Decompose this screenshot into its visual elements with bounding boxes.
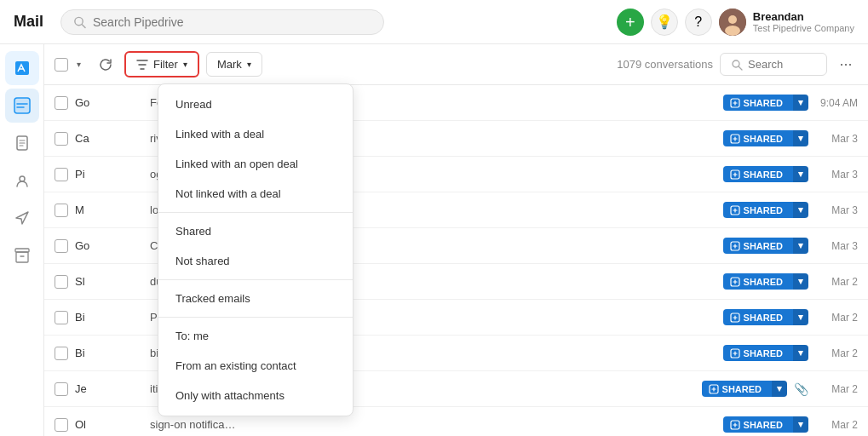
shared-badge-arrow-2[interactable]: ▾: [793, 166, 808, 182]
shared-badge-arrow-4[interactable]: ▾: [793, 238, 808, 254]
filter-menu-item-8[interactable]: From an existing contact: [158, 351, 353, 381]
conversation-count: 1079 conversations: [617, 58, 713, 71]
shared-badge-2[interactable]: SHARED ▾: [723, 166, 808, 182]
email-checkbox-5[interactable]: [55, 275, 68, 289]
email-checkbox-6[interactable]: [55, 311, 68, 324]
global-search-input[interactable]: [93, 15, 371, 29]
shared-badge-3[interactable]: SHARED ▾: [723, 202, 808, 218]
filter-menu-item-1[interactable]: Linked with a deal: [158, 119, 353, 149]
email-time-8: Mar 2: [815, 383, 858, 395]
svg-rect-11: [16, 252, 28, 262]
email-time-4: Mar 3: [815, 240, 858, 252]
user-menu[interactable]: Breandan Test Pipedrive Company: [719, 9, 854, 36]
main-layout: ▾ Filter ▾ Mark ▾ 1079 conversations: [0, 44, 868, 436]
sidebar-item-documents[interactable]: [5, 126, 39, 160]
shared-badge-main-5: SHARED: [723, 274, 790, 290]
email-time-0: 9:04 AM: [815, 97, 858, 109]
dropdown-divider-5: [158, 279, 353, 280]
email-sender-2: Pi: [75, 168, 143, 181]
attachment-icon: 📎: [794, 382, 808, 396]
shared-badge-main-3: SHARED: [723, 203, 790, 218]
shared-badge-arrow-6[interactable]: ▾: [793, 309, 808, 325]
sidebar-item-send[interactable]: [5, 201, 39, 235]
filter-menu-item-7[interactable]: To: me: [158, 321, 353, 351]
shared-badge-arrow-5[interactable]: ▾: [793, 273, 808, 290]
email-time-2: Mar 3: [815, 169, 858, 181]
email-checkbox-7[interactable]: [55, 347, 68, 360]
sidebar-item-compose[interactable]: [5, 51, 39, 85]
shared-badge-arrow-8[interactable]: ▾: [772, 381, 787, 397]
filter-menu-item-5[interactable]: Not shared: [158, 246, 353, 276]
select-dropdown-arrow[interactable]: ▾: [70, 56, 87, 73]
svg-point-12: [733, 60, 739, 67]
filter-menu-item-9[interactable]: Only with attachments: [158, 381, 353, 410]
global-search-bar[interactable]: [60, 9, 384, 35]
filter-menu-item-2[interactable]: Linked with an open deal: [158, 149, 353, 179]
shared-badge-7[interactable]: SHARED ▾: [723, 345, 808, 361]
sidebar-item-archive[interactable]: [5, 238, 39, 272]
shared-badge-main-7: SHARED: [723, 346, 790, 361]
shared-badge-arrow-7[interactable]: ▾: [793, 345, 808, 361]
sidebar-item-inbox[interactable]: [5, 89, 39, 123]
shared-badge-0[interactable]: SHARED ▾: [723, 95, 808, 111]
filter-menu-item-0[interactable]: Unread: [158, 89, 353, 119]
shared-badge-main-1: SHARED: [723, 131, 790, 146]
email-checkbox-8[interactable]: [55, 382, 68, 396]
email-sender-5: Sl: [75, 275, 143, 288]
email-checkbox-0[interactable]: [55, 96, 68, 110]
dropdown-divider-3: [158, 212, 353, 213]
shared-badge-main-2: SHARED: [723, 167, 790, 182]
email-checkbox-9[interactable]: [55, 418, 68, 432]
shared-badge-main-6: SHARED: [723, 310, 790, 325]
svg-point-4: [725, 26, 740, 36]
search-icon: [73, 15, 86, 29]
sidebar-item-contacts[interactable]: [5, 164, 39, 198]
shared-badge-arrow-1[interactable]: ▾: [793, 130, 808, 146]
svg-point-9: [20, 176, 25, 181]
shared-badge-8[interactable]: SHARED ▾: [702, 381, 787, 397]
shared-badge-4[interactable]: SHARED ▾: [723, 238, 808, 254]
shared-badge-9[interactable]: SHARED ▾: [723, 416, 808, 433]
email-sender-1: Ca: [75, 132, 143, 145]
select-all-area[interactable]: ▾: [55, 56, 87, 73]
email-time-9: Mar 2: [815, 419, 858, 431]
filter-label: Filter: [153, 58, 178, 71]
nav-actions: + 💡 ? Breandan Test Pipedrive Company: [617, 9, 854, 36]
email-sender-4: Go: [75, 239, 143, 252]
filter-icon: [136, 59, 148, 71]
shared-badge-6[interactable]: SHARED ▾: [723, 309, 808, 325]
shared-badge-main-8: SHARED: [702, 382, 768, 397]
filter-menu-item-4[interactable]: Shared: [158, 216, 353, 246]
inbox-search-input[interactable]: [748, 58, 816, 71]
shared-badge-arrow-0[interactable]: ▾: [793, 95, 808, 111]
refresh-button[interactable]: [94, 53, 118, 77]
filter-button[interactable]: Filter ▾: [124, 51, 199, 77]
email-sender-9: Ol: [75, 418, 143, 431]
shared-badge-arrow-3[interactable]: ▾: [793, 202, 808, 218]
mark-button[interactable]: Mark ▾: [206, 52, 262, 77]
email-checkbox-2[interactable]: [55, 168, 68, 181]
email-sender-7: Bi: [75, 347, 143, 359]
filter-menu-item-6[interactable]: Tracked emails: [158, 284, 353, 313]
shared-badge-arrow-9[interactable]: ▾: [793, 416, 808, 433]
help-button[interactable]: ?: [685, 9, 712, 36]
lightbulb-button[interactable]: 💡: [651, 9, 678, 36]
svg-line-13: [739, 66, 743, 70]
email-time-1: Mar 3: [815, 133, 858, 145]
shared-badge-1[interactable]: SHARED ▾: [723, 130, 808, 146]
select-all-checkbox[interactable]: [55, 58, 68, 72]
email-sender-3: M: [75, 204, 143, 216]
add-button[interactable]: +: [617, 9, 644, 36]
avatar: [719, 9, 746, 36]
email-checkbox-3[interactable]: [55, 204, 68, 217]
email-checkbox-4[interactable]: [55, 239, 68, 253]
filter-menu-item-3[interactable]: Not linked with a deal: [158, 179, 353, 209]
more-options-button[interactable]: ···: [834, 53, 858, 77]
email-checkbox-1[interactable]: [55, 132, 68, 146]
filter-dropdown-arrow: ▾: [183, 60, 187, 69]
search-inbox-icon: [731, 59, 743, 71]
inbox-search-bar[interactable]: [720, 53, 827, 76]
shared-badge-5[interactable]: SHARED ▾: [723, 273, 808, 290]
app-title: Mail: [14, 13, 43, 31]
shared-badge-main-0: SHARED: [723, 95, 790, 111]
